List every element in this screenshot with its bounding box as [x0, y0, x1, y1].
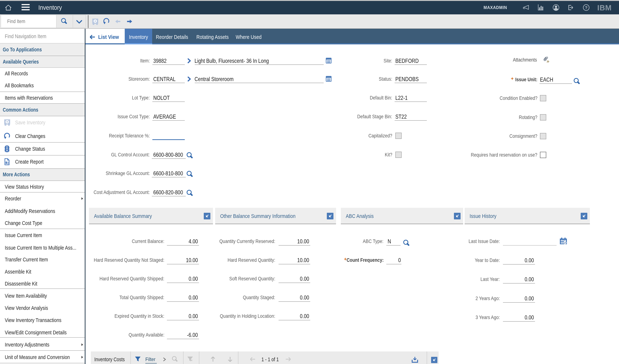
svg-text:?: ? — [585, 5, 588, 10]
